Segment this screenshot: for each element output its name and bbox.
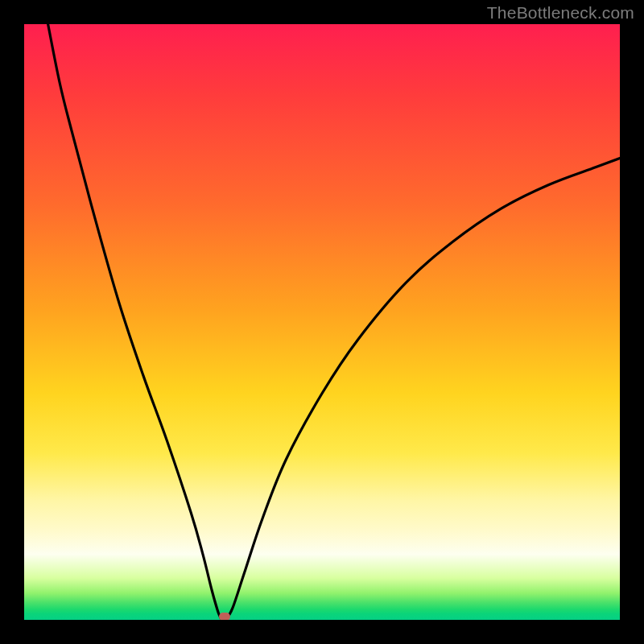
bottleneck-curve [24, 24, 620, 620]
plot-area [24, 24, 620, 620]
chart-frame: TheBottleneck.com [0, 0, 644, 644]
watermark-text: TheBottleneck.com [487, 3, 634, 23]
optimal-point-marker [219, 613, 230, 620]
